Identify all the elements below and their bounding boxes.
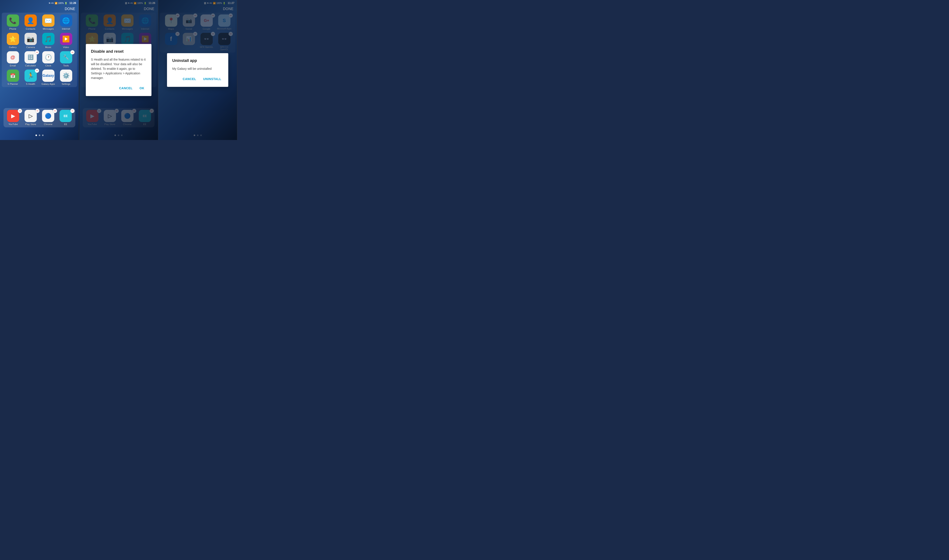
dialog-title-3: Uninstall app	[172, 58, 223, 63]
app-item-video[interactable]: ▶️ Video	[59, 33, 74, 49]
remove-ee-badge[interactable]	[70, 109, 75, 113]
app-icon-music: 🎵	[42, 33, 54, 45]
status-bar-1: N 4G 📶 100% 🔋 11:26	[0, 0, 79, 6]
4g-icon: 4G	[51, 2, 54, 4]
dock-item-youtube[interactable]: ▶ YouTube	[5, 110, 21, 126]
network-icon: N	[49, 2, 50, 4]
app-label-settings: Settings	[62, 83, 71, 85]
dot-2[interactable]	[39, 135, 40, 136]
app-item-shealth[interactable]: 🏃 S Health	[23, 69, 38, 85]
status-icons-1: N 4G 📶 100% 🔋 11:26	[49, 2, 76, 5]
app-icon-gallery: ⭐	[7, 33, 19, 45]
app-item-contacts[interactable]: 👤 Contacts	[23, 14, 38, 30]
battery-label: 100%	[58, 2, 64, 5]
app-item-messages[interactable]: ✉️ Messages	[41, 14, 56, 30]
app-item-camera[interactable]: 📷 Camera	[23, 33, 38, 49]
app-icon-email: @	[7, 51, 19, 63]
remove-shealth-badge[interactable]	[35, 68, 39, 73]
app-label-gallery: Gallery	[9, 46, 17, 49]
app-item-email[interactable]: @ Email	[5, 51, 20, 67]
app-item-splanner[interactable]: 📅 S Planner	[5, 69, 20, 85]
dock-icon-chrome: 🔵	[42, 110, 54, 122]
dialog-body-3: My Galaxy will be uninstalled	[172, 66, 223, 71]
app-label-music: Music	[45, 46, 51, 49]
time-label: 11:26	[69, 2, 76, 5]
remove-chrome-badge[interactable]	[53, 109, 57, 113]
dialog-overlay-2: Disable and reset S Health and all the f…	[79, 0, 158, 140]
remove-playstore-badge[interactable]	[35, 109, 40, 113]
app-icon-phone: 📞	[7, 14, 19, 27]
dialog-cancel-button-3[interactable]: CANCEL	[181, 76, 198, 82]
app-item-clock[interactable]: 🕐 Clock	[41, 51, 56, 67]
dialog-cancel-button-2[interactable]: CANCEL	[117, 86, 134, 91]
app-label-shealth: S Health	[26, 83, 35, 85]
signal-icon: 📶	[55, 2, 57, 5]
app-icon-galaxyapps: Galaxy	[42, 69, 54, 82]
app-item-galaxyapps[interactable]: Galaxy Galaxy Apps	[41, 69, 56, 85]
app-label-video: Video	[63, 46, 69, 49]
battery-icon: 🔋	[65, 2, 67, 5]
dialog-actions-2: CANCEL OK	[91, 86, 146, 91]
app-label-email: Email	[10, 64, 16, 67]
dialog-title-2: Disable and reset	[91, 49, 146, 54]
dock-label-youtube: YouTube	[8, 123, 18, 126]
dock-label-chrome: Chrome	[44, 123, 52, 126]
app-label-internet: Internet	[62, 28, 70, 30]
app-icon-clock: 🕐	[42, 51, 54, 63]
app-label-galaxyapps: Galaxy Apps	[42, 83, 55, 85]
dialog-overlay-3: Uninstall app My Galaxy will be uninstal…	[158, 0, 237, 140]
dock-item-chrome[interactable]: 🔵 Chrome	[40, 110, 56, 126]
phone-panel-1: N 4G 📶 100% 🔋 11:26 DONE 📞 Phone 👤 Conta…	[0, 0, 79, 140]
app-icon-contacts: 👤	[25, 14, 37, 27]
app-item-internet[interactable]: 🌐 Internet	[59, 14, 74, 30]
disable-reset-dialog: Disable and reset S Health and all the f…	[86, 44, 151, 96]
dock-item-playstore[interactable]: ▷ Play Store	[23, 110, 39, 126]
dock-label-ee: EE	[64, 123, 68, 126]
app-item-gallery[interactable]: ⭐ Gallery	[5, 33, 20, 49]
app-label-contacts: Contacts	[26, 28, 35, 30]
app-label-messages: Messages	[43, 28, 54, 30]
app-grid-1: 📞 Phone 👤 Contacts ✉️ Messages 🌐 Interne…	[2, 13, 77, 87]
dot-3[interactable]	[42, 135, 43, 136]
dialog-actions-3: CANCEL UNINSTALL	[172, 76, 223, 82]
remove-youtube-badge[interactable]	[18, 109, 22, 113]
app-label-tools: Tools	[63, 64, 69, 67]
dot-1[interactable]	[35, 135, 37, 136]
remove-tools-badge[interactable]	[70, 50, 75, 54]
app-item-calculator[interactable]: 🔢 Calculator	[23, 51, 38, 67]
app-label-calculator: Calculator	[25, 64, 36, 67]
remove-calculator-badge[interactable]	[35, 50, 39, 54]
app-icon-internet: 🌐	[60, 14, 72, 27]
dock-icon-youtube: ▶	[7, 110, 19, 122]
dock-label-playstore: Play Store	[25, 123, 36, 126]
dialog-body-2: S Health and all the features related to…	[91, 57, 146, 80]
app-icon-video: ▶️	[60, 33, 72, 45]
done-button-1[interactable]: DONE	[0, 6, 79, 13]
dock-icon-playstore: ▷	[25, 110, 37, 122]
app-item-settings[interactable]: ⚙️ Settings	[59, 69, 74, 85]
app-item-tools[interactable]: 🔧 Tools	[59, 51, 74, 67]
app-icon-camera: 📷	[25, 33, 37, 45]
app-item-phone[interactable]: 📞 Phone	[5, 14, 20, 30]
app-label-splanner: S Planner	[8, 83, 18, 85]
uninstall-app-dialog: Uninstall app My Galaxy will be uninstal…	[167, 53, 228, 87]
app-label-phone: Phone	[9, 28, 16, 30]
dock-item-ee[interactable]: EE EE	[58, 110, 74, 126]
dialog-uninstall-button-3[interactable]: UNINSTALL	[201, 76, 223, 82]
app-label-clock: Clock	[45, 64, 51, 67]
app-icon-splanner: 📅	[7, 69, 19, 82]
phone-panel-2: 🖼 N 4G 📶 100% 🔋 11:26 DONE 📞 Phone 👤 Con…	[79, 0, 158, 140]
dock-icon-ee: EE	[60, 110, 72, 122]
dialog-ok-button-2[interactable]: OK	[138, 86, 146, 91]
page-dots-1	[0, 135, 79, 136]
dock-row-1: ▶ YouTube ▷ Play Store 🔵 Chrome	[3, 108, 75, 127]
app-item-music[interactable]: 🎵 Music	[41, 33, 56, 49]
phone-panel-3: 🖼 N 4G 📶 100% 🔋 11:27 DONE 📍 Maps 📷 Soci…	[158, 0, 237, 140]
dock-area-1: ▶ YouTube ▷ Play Store 🔵 Chrome	[0, 106, 79, 129]
app-icon-settings: ⚙️	[60, 69, 72, 82]
app-label-camera: Camera	[26, 46, 35, 49]
app-icon-messages: ✉️	[42, 14, 54, 27]
